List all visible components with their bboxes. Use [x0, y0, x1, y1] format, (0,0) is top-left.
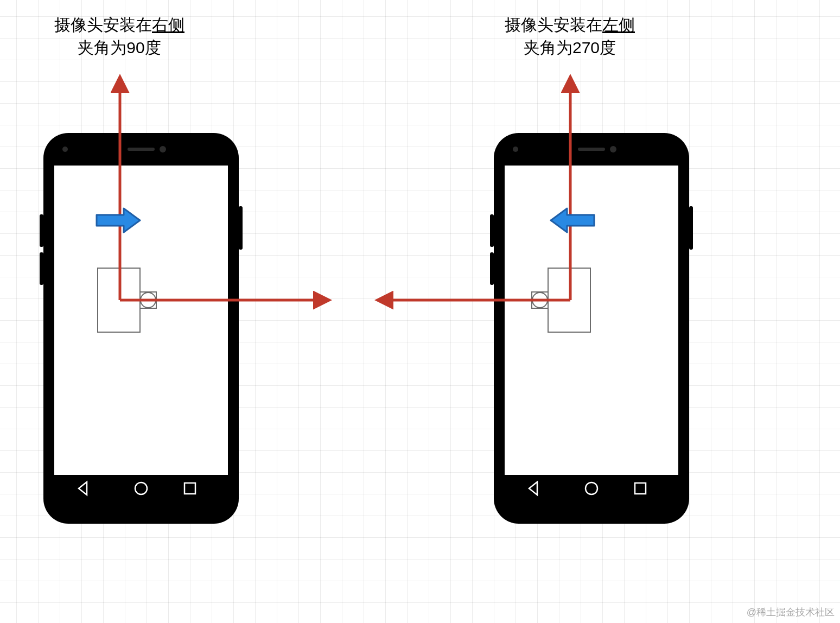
caption-left-line1-underlined: 右侧	[152, 16, 184, 34]
grid-background	[0, 0, 840, 623]
caption-right-line2: 夹角为270度	[524, 39, 616, 56]
watermark: @稀土掘金技术社区	[747, 606, 835, 619]
caption-right: 摄像头安装在左侧 夹角为270度	[499, 14, 640, 59]
caption-left-line2: 夹角为90度	[78, 39, 161, 56]
caption-right-line1-underlined: 左侧	[602, 16, 635, 34]
caption-left-line1-prefix: 摄像头安装在	[54, 16, 152, 34]
caption-left: 摄像头安装在右侧 夹角为90度	[49, 14, 190, 59]
caption-right-line1-prefix: 摄像头安装在	[505, 16, 602, 34]
